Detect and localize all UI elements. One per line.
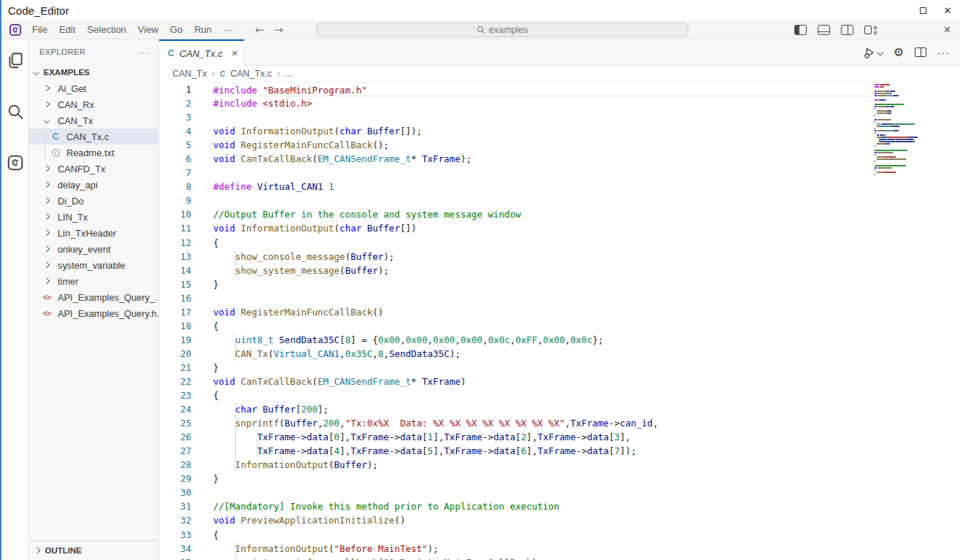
code-line[interactable]: void InformationOutput(char Buffer[]); bbox=[213, 124, 876, 138]
search-sidebar-icon[interactable] bbox=[6, 102, 25, 121]
tab-close-icon[interactable]: ✕ bbox=[231, 49, 238, 58]
code-lines[interactable]: #include "BaseMiniProgram.h"#include <st… bbox=[213, 82, 876, 560]
code-line[interactable]: } bbox=[213, 277, 876, 291]
breadcrumb-symbol[interactable]: ... bbox=[285, 69, 292, 79]
sidebar-root-examples[interactable]: EXAMPLES bbox=[29, 64, 158, 80]
gear-icon[interactable]: ⚙ bbox=[894, 47, 904, 58]
editor-more-icon[interactable]: ··· bbox=[937, 47, 950, 58]
code-line[interactable]: TxFrame->data[4],TxFrame->data[5],TxFram… bbox=[213, 444, 876, 458]
search-input[interactable]: examples bbox=[316, 23, 688, 37]
code-line[interactable]: CAN_Tx(Virtual_CAN1,0x35C,8,SendData35C)… bbox=[213, 347, 876, 361]
code-line[interactable] bbox=[213, 291, 876, 305]
code-line[interactable]: void CanTxCallBack(EM_CANSendFrame_t* Tx… bbox=[213, 375, 876, 388]
split-editor-icon[interactable] bbox=[915, 47, 926, 57]
maximize-button[interactable] bbox=[910, 0, 935, 20]
toggle-secondary-sidebar-icon[interactable] bbox=[841, 25, 853, 35]
line-number-gutter: 1234567891011121314151617181920212223242… bbox=[159, 83, 213, 560]
minimap[interactable] bbox=[875, 83, 942, 175]
code-line[interactable]: TxFrame->data[0],TxFrame->data[1],TxFram… bbox=[213, 430, 876, 444]
code-line[interactable]: char Buffer[200]; bbox=[213, 402, 876, 416]
sidebar-item-ai-get[interactable]: Ai_Get bbox=[29, 80, 158, 96]
sidebar-item-timer[interactable]: timer bbox=[29, 273, 158, 289]
line-number: 3 bbox=[159, 110, 213, 124]
menu-item-go[interactable]: Go bbox=[164, 23, 188, 37]
code-line[interactable]: { bbox=[213, 388, 876, 402]
code-line[interactable]: { bbox=[213, 528, 876, 542]
code-line[interactable] bbox=[213, 110, 876, 124]
code-line[interactable]: void RegisterMainFuncCallBack() bbox=[213, 305, 876, 319]
breadcrumb-folder[interactable]: CAN_Tx bbox=[172, 69, 207, 79]
outline-section[interactable]: OUTLINE bbox=[29, 540, 158, 560]
sidebar-item-api-examples-query[interactable]: <>API_Examples_Query_... bbox=[29, 289, 158, 305]
tab-strip: C CAN_Tx.c ✕ ⚙ ··· bbox=[159, 39, 960, 66]
line-number: 33 bbox=[159, 528, 213, 542]
menu-item-view[interactable]: View bbox=[132, 23, 164, 37]
breadcrumb-file[interactable]: CAN_Tx.c bbox=[230, 69, 272, 79]
menu-item-edit[interactable]: Edit bbox=[53, 23, 81, 37]
sidebar-item-readme-txt[interactable]: iReadme.txt bbox=[29, 145, 158, 161]
breadcrumb-separator: › bbox=[212, 69, 215, 79]
menu-item-file[interactable]: File bbox=[26, 23, 53, 37]
code-line[interactable]: void RegisterMainFuncCallBack(); bbox=[213, 138, 876, 152]
sidebar-item-system-variable[interactable]: system_variable bbox=[29, 257, 158, 273]
line-number: 23 bbox=[159, 388, 213, 402]
tab-can-tx-c[interactable]: C CAN_Tx.c ✕ bbox=[159, 39, 245, 66]
code-line[interactable]: snprintf(Buffer,200,"Tx:0x%X Data: %X %X… bbox=[213, 416, 876, 430]
sidebar-item-can-rx[interactable]: CAN_Rx bbox=[29, 96, 158, 112]
toggle-sidebar-icon[interactable] bbox=[794, 25, 807, 35]
run-or-debug-button[interactable] bbox=[864, 47, 883, 58]
code-line[interactable]: //Output Buffer in the console and syste… bbox=[213, 207, 876, 221]
code-line[interactable]: uint8_t SendData35C[8] = {0x00,0x00,0x00… bbox=[213, 333, 876, 347]
menu-item-run[interactable]: Run bbox=[188, 23, 218, 37]
customize-layout-icon[interactable] bbox=[864, 25, 878, 35]
sidebar-item-delay-api[interactable]: delay_api bbox=[29, 177, 158, 193]
code-line[interactable]: #include "BaseMiniProgram.h" bbox=[213, 83, 876, 96]
code-file-icon: <> bbox=[41, 293, 53, 302]
sidebar-item-can-tx[interactable]: CAN_Tx bbox=[29, 112, 158, 129]
nav-forward-icon[interactable]: → bbox=[274, 23, 284, 37]
code-line[interactable] bbox=[213, 193, 876, 207]
indent-guide bbox=[235, 542, 236, 556]
menu-item-selection[interactable]: Selection bbox=[81, 23, 131, 37]
code-line[interactable]: { bbox=[213, 319, 876, 333]
code-line[interactable]: void PreviewApplicationInitialize() bbox=[213, 513, 876, 527]
sidebar-item-can-tx-c[interactable]: CCAN_Tx.c bbox=[29, 129, 158, 145]
code-line[interactable]: register_mainfunc_callback(10,RegisterMa… bbox=[213, 556, 876, 560]
activity-bar bbox=[1, 39, 29, 560]
code-line[interactable]: } bbox=[213, 361, 876, 375]
menu-item-more[interactable]: ··· bbox=[218, 23, 239, 37]
code-line[interactable]: show_system_message(Buffer); bbox=[213, 264, 876, 277]
code-line[interactable]: } bbox=[213, 472, 876, 486]
toggle-panel-icon[interactable] bbox=[818, 25, 830, 35]
sidebar-item-onkey-event[interactable]: onkey_event bbox=[29, 241, 158, 257]
sidebar-item-api-examples-query-h[interactable]: <>API_Examples_Query.h... bbox=[29, 305, 158, 321]
code-line[interactable]: #define Virtual_CAN1 1 bbox=[213, 180, 876, 193]
line-number: 12 bbox=[159, 236, 213, 250]
app-examples-icon[interactable] bbox=[6, 153, 25, 172]
sidebar-item-lin-tx[interactable]: LIN_Tx bbox=[29, 209, 158, 225]
sidebar-item-lin-txheader[interactable]: Lin_TxHeader bbox=[29, 225, 158, 241]
sidebar-item-canfd-tx[interactable]: CANFD_Tx bbox=[29, 161, 158, 177]
code-line[interactable]: void CanTxCallBack(EM_CANSendFrame_t* Tx… bbox=[213, 152, 876, 166]
code-line[interactable]: { bbox=[213, 236, 876, 250]
indent-guide bbox=[235, 250, 236, 264]
code-line[interactable]: #include <stdio.h> bbox=[213, 96, 876, 110]
code-editor-area[interactable]: 1234567891011121314151617181920212223242… bbox=[159, 82, 960, 560]
code-line[interactable]: //[Mandatory] Invoke this method prior t… bbox=[213, 499, 876, 513]
sidebar-item-label: Lin_TxHeader bbox=[58, 228, 116, 239]
explorer-more-icon[interactable]: ··· bbox=[139, 47, 148, 58]
code-line[interactable]: InformationOutput("Before MainTest"); bbox=[213, 542, 876, 556]
chevron-right-icon bbox=[41, 102, 53, 107]
close-button[interactable]: ✕ bbox=[935, 0, 960, 20]
nav-back-icon[interactable]: ← bbox=[255, 23, 264, 37]
code-line[interactable]: InformationOutput(Buffer); bbox=[213, 458, 876, 472]
code-line[interactable] bbox=[213, 486, 876, 499]
explorer-files-icon[interactable] bbox=[6, 51, 25, 70]
code-line[interactable]: void InformationOutput(char Buffer[]) bbox=[213, 221, 876, 235]
sidebar-item-di-do[interactable]: Di_Do bbox=[29, 193, 158, 209]
indent-guide bbox=[257, 430, 258, 444]
menu-close-icon[interactable]: ✕ bbox=[943, 24, 951, 35]
code-line[interactable]: show_console_message(Buffer); bbox=[213, 250, 876, 264]
code-line[interactable] bbox=[213, 166, 876, 180]
tree-indent-guide bbox=[45, 129, 45, 145]
